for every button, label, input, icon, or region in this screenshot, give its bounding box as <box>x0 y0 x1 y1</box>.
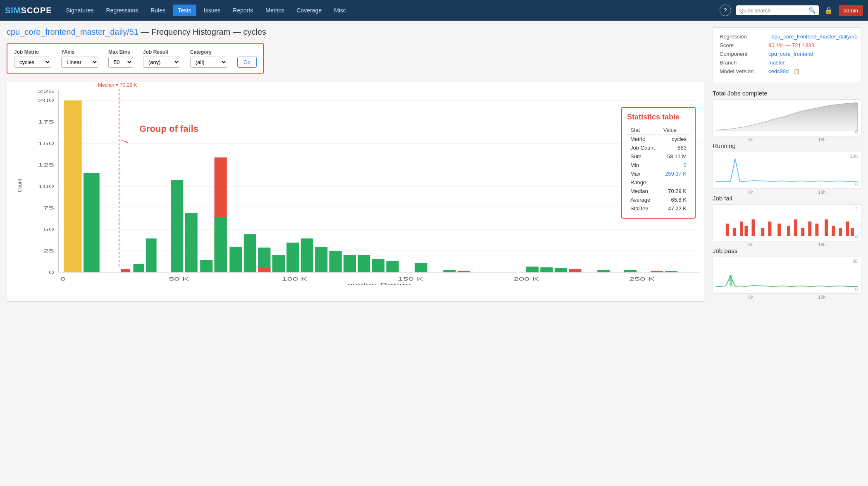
go-button[interactable]: Go <box>237 57 257 68</box>
table-row: Job Count883 <box>627 143 690 152</box>
nav-signatures[interactable]: Signatures <box>61 5 99 16</box>
page-title-link[interactable]: cpu_core_frontend_master_daily/51 <box>7 27 138 36</box>
svg-rect-74 <box>808 222 811 236</box>
component-row: Component cpu_core_frontend <box>720 51 854 57</box>
svg-text:100: 100 <box>38 184 54 189</box>
copy-icon[interactable]: 📋 <box>794 69 800 74</box>
svg-rect-35 <box>171 180 183 272</box>
mini-chart-xlabel-2: 6h18h <box>713 242 861 247</box>
mini-chart-x-tick: 18h <box>818 295 825 300</box>
category-select[interactable]: (all) <box>190 57 227 68</box>
table-row: Range <box>627 178 690 187</box>
svg-rect-38 <box>229 247 242 272</box>
svg-rect-57 <box>569 269 581 272</box>
stat-value[interactable]: 0 <box>660 161 690 169</box>
job-metric-select[interactable]: cycles <box>14 57 51 68</box>
nav-coverage[interactable]: Coverage <box>291 5 327 16</box>
mini-chart-ymax-3: 50 <box>853 259 858 264</box>
svg-text:200 K: 200 K <box>513 276 539 282</box>
histogram-svg: 0 25 50 75 100 125 150 175 200 <box>32 86 700 285</box>
svg-text:cycles Range: cycles Range <box>347 282 411 285</box>
stat-value: 883 <box>660 143 690 152</box>
stat-value: cycles <box>660 135 690 144</box>
svg-rect-46 <box>329 251 342 272</box>
search-input[interactable] <box>739 7 806 14</box>
svg-text:200: 200 <box>38 98 54 103</box>
lock-icon: 🔒 <box>825 7 833 14</box>
mini-chart-xlabel-1: 6h18h <box>713 190 861 195</box>
nav-issues[interactable]: Issues <box>199 5 225 16</box>
page-title: cpu_core_frontend_master_daily/51 — Freq… <box>7 27 704 37</box>
mini-chart-x-tick: 6h <box>748 242 753 247</box>
maxbins-select[interactable]: 10 25 50 100 <box>108 57 133 68</box>
svg-rect-47 <box>343 255 356 272</box>
table-row: Min0 <box>627 161 690 169</box>
nav-regressions[interactable]: Regressions <box>101 5 143 16</box>
job-result-select[interactable]: (any) pass fail <box>143 57 180 68</box>
svg-rect-45 <box>315 247 327 272</box>
nav-reports[interactable]: Reports <box>228 5 258 16</box>
job-metric-group: Job Metric cycles <box>14 49 51 68</box>
svg-rect-79 <box>846 222 849 236</box>
search-box: 🔍 <box>736 5 819 15</box>
job-result-label: Job Result <box>143 49 180 55</box>
svg-rect-30 <box>121 269 130 272</box>
stat-value[interactable]: 259.37 K <box>660 169 690 178</box>
help-button[interactable]: ? <box>720 5 731 16</box>
component-value[interactable]: cpu_core_frontend <box>768 51 813 57</box>
regression-row: Regression cpu_core_frontend_master_dail… <box>720 33 854 40</box>
mini-chart-title-3: Job pass <box>713 247 861 254</box>
nav-rules[interactable]: Rules <box>145 5 170 16</box>
svg-text:175: 175 <box>38 119 54 125</box>
nav-misc[interactable]: Misc <box>329 5 351 16</box>
svg-rect-49 <box>372 259 384 272</box>
model-row: Model Version cedc99d 📋 <box>720 68 854 74</box>
svg-rect-41 <box>258 268 270 272</box>
svg-text:125: 125 <box>38 162 54 168</box>
nav-metrics[interactable]: Metrics <box>260 5 289 16</box>
svg-rect-59 <box>624 270 637 272</box>
branch-label: Branch <box>720 60 765 66</box>
svg-text:75: 75 <box>43 205 54 211</box>
svg-rect-36 <box>185 213 198 272</box>
model-value[interactable]: cedc99d <box>768 68 789 74</box>
mini-chart-section-0: Total Jobs complete 1k06h18h <box>713 90 861 142</box>
yaxis-group: YAxis Linear Log <box>61 49 98 68</box>
regression-value[interactable]: cpu_core_frontend_master_daily/51 <box>772 33 857 40</box>
mini-chart-title-1: Running <box>713 142 861 149</box>
svg-rect-68 <box>761 228 764 236</box>
table-row: Median70.29 K <box>627 187 690 195</box>
mini-chart-title-0: Total Jobs complete <box>713 90 861 97</box>
stat-name: Min <box>627 161 660 169</box>
svg-rect-72 <box>794 219 797 236</box>
svg-rect-80 <box>851 228 854 236</box>
score-row: Score 90.1% — 721 / 883 <box>720 42 854 48</box>
nav-tests[interactable]: Tests <box>173 5 196 16</box>
mini-chart-section-1: Running 10006h18h <box>713 142 861 195</box>
yaxis-select[interactable]: Linear Log <box>61 57 98 68</box>
svg-rect-31 <box>134 264 144 272</box>
main-content: cpu_core_frontend_master_daily/51 — Freq… <box>0 21 868 308</box>
y-axis-label: Count <box>17 179 23 192</box>
svg-rect-52 <box>443 270 455 272</box>
branch-value[interactable]: master <box>768 60 785 66</box>
table-row: Metriccycles <box>627 135 690 144</box>
mini-chart-ymax-2: 2 <box>855 206 858 211</box>
mini-chart-ymax-0: 1k <box>853 101 858 106</box>
job-metric-label: Job Metric <box>14 49 51 55</box>
svg-text:225: 225 <box>38 89 54 94</box>
mini-chart-xlabel-3: 6h18h <box>713 295 861 300</box>
table-row: Sum58.11 M <box>627 152 690 161</box>
svg-rect-63 <box>726 224 729 236</box>
svg-text:100 K: 100 K <box>282 276 308 282</box>
stat-name: Sum <box>627 152 660 161</box>
score-value: 90.1% — 721 / 883 <box>768 42 814 48</box>
svg-rect-48 <box>358 255 370 272</box>
table-row: Average65.8 K <box>627 195 690 204</box>
stat-name: Job Count <box>627 143 660 152</box>
svg-rect-39 <box>244 234 256 272</box>
mini-chart-x-tick: 6h <box>748 137 753 142</box>
stat-value <box>660 178 690 187</box>
stats-table: Stat Value MetriccyclesJob Count883Sum58… <box>627 126 690 213</box>
svg-rect-55 <box>540 267 553 272</box>
